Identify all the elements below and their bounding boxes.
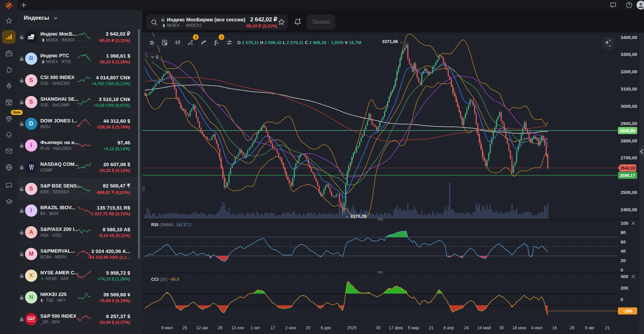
svg-text:3300,00: 3300,00 [621, 52, 637, 57]
svg-text:13 сен: 13 сен [231, 326, 244, 330]
svg-text:17: 17 [270, 326, 275, 330]
svg-text:3200,00: 3200,00 [621, 69, 637, 74]
svg-text:200: 200 [621, 286, 628, 291]
svg-text:4 июл: 4 июл [531, 326, 543, 330]
svg-text:6 дек: 6 дек [321, 326, 331, 330]
svg-text:9 авг: 9 авг [585, 326, 595, 330]
svg-text:80: 80 [621, 230, 626, 235]
svg-text:28: 28 [570, 326, 575, 330]
svg-text:2 ноя: 2 ноя [285, 326, 296, 330]
svg-text:2025: 2025 [347, 326, 357, 330]
svg-text:2500,00: 2500,00 [621, 190, 637, 195]
svg-text:28: 28 [218, 326, 222, 330]
svg-text:8 апр: 8 апр [443, 326, 454, 330]
svg-text:3000,00: 3000,00 [621, 104, 637, 109]
svg-text:−200: −200 [623, 309, 632, 314]
svg-text:12 авг: 12 авг [196, 326, 208, 330]
svg-text:2858,86: 2858,86 [620, 129, 635, 133]
svg-text:RSI (SMMA, 14) 37,2: RSI (SMMA, 14) 37,2 [151, 222, 192, 227]
svg-text:21: 21 [429, 326, 434, 330]
svg-text:5 мар: 5 мар [408, 326, 419, 330]
svg-text:400: 400 [621, 274, 628, 279]
svg-text:17 фев: 17 фев [389, 326, 403, 330]
svg-text:30: 30 [499, 326, 504, 330]
svg-text:30: 30 [376, 326, 381, 330]
svg-text:CCI (20) −98,9: CCI (20) −98,9 [151, 277, 179, 282]
svg-text:20: 20 [621, 258, 626, 263]
svg-text:2599,17: 2599,17 [620, 173, 635, 178]
svg-text:3100,00: 3100,00 [621, 86, 637, 92]
svg-text:21: 21 [605, 326, 610, 330]
svg-text:0: 0 [621, 297, 623, 302]
svg-text:1 окт: 1 окт [250, 326, 260, 330]
svg-text:3400,00: 3400,00 [621, 35, 637, 40]
svg-text:2800,00: 2800,00 [621, 138, 637, 143]
svg-text:9 июл: 9 июл [161, 326, 173, 330]
svg-text:20: 20 [306, 326, 310, 330]
svg-text:60: 60 [621, 239, 626, 244]
svg-text:18 июн: 18 июн [512, 326, 526, 330]
svg-text:100: 100 [621, 221, 628, 226]
svg-text:0: 0 [621, 268, 623, 273]
svg-text:3371,06 →: 3371,06 → [382, 39, 404, 44]
svg-text:2900,00: 2900,00 [621, 121, 637, 126]
svg-text:40: 40 [621, 249, 626, 254]
svg-text:16: 16 [552, 326, 557, 330]
svg-text:← 2370,28: ← 2370,28 [345, 214, 367, 219]
svg-text:MOEX: MOEX [28, 37, 34, 39]
svg-text:25: 25 [182, 326, 187, 330]
svg-text:24: 24 [464, 326, 469, 330]
svg-text:14 май: 14 май [477, 326, 491, 330]
svg-text:2400,00: 2400,00 [621, 207, 637, 212]
svg-text:2700,00: 2700,00 [621, 155, 637, 160]
svg-text:2642,02: 2642,02 [620, 166, 635, 171]
